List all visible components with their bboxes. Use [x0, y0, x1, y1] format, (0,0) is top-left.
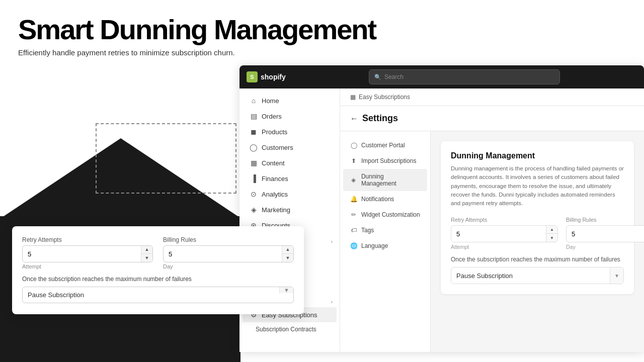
search-icon: 🔍 — [374, 74, 381, 80]
shopify-content-area: ▦ Easy Subscriptions ← Settings ◯ Custom… — [340, 88, 644, 352]
breadcrumb-text: Easy Subscriptions — [359, 94, 410, 101]
customers-icon: ◯ — [250, 143, 258, 151]
sidebar-item-subscription-contracts[interactable]: Subscription Contracts — [243, 323, 337, 336]
floating-failure-text: Once the subscription reaches the maximu… — [22, 276, 294, 283]
billing-rules-field: Billing Rules ▲ ▼ Day — [566, 217, 644, 250]
sidebar-item-marketing[interactable]: ◈ Marketing — [243, 202, 337, 217]
floating-billing-down[interactable]: ▼ — [282, 254, 293, 262]
dunning-card: Dunning Management Dunning management is… — [441, 141, 634, 294]
finances-icon: ▐ — [250, 174, 258, 183]
floating-retry-sublabel: Attempt — [22, 263, 153, 269]
floating-retry-label: Retry Attempts — [22, 236, 153, 243]
settings-sidebar: ◯ Customer Portal ⬆ Import Subscriptions… — [340, 131, 431, 352]
sidebar-label-customers: Customers — [262, 144, 293, 151]
sidebar-label-home: Home — [262, 97, 279, 105]
floating-billing-group: Billing Rules ▲ ▼ Day — [163, 236, 294, 269]
sidebar-item-home[interactable]: ⌂ Home — [243, 93, 337, 108]
floating-billing-sublabel: Day — [163, 263, 294, 269]
floating-retry-spinner: ▲ ▼ — [141, 246, 152, 262]
dunning-management-title: Dunning Management — [451, 151, 624, 160]
retry-attempts-down[interactable]: ▼ — [546, 234, 557, 242]
action-select-wrap[interactable]: Pause Subscription Cancel Subscription ▼ — [451, 267, 624, 284]
floating-action-select[interactable]: Pause Subscription Cancel Subscription — [23, 287, 279, 303]
sales-channels-chevron: › — [331, 239, 333, 244]
settings-nav-label-import: Import Subscriptions — [361, 157, 416, 164]
floating-retry-input[interactable] — [23, 246, 141, 262]
settings-nav-label-widget: Widget Customization — [361, 211, 420, 218]
sidebar-item-orders[interactable]: ▤ Orders — [243, 109, 337, 124]
breadcrumb-icon: ▦ — [350, 94, 356, 101]
floating-retry-group: Retry Attempts ▲ ▼ Attempt — [22, 236, 153, 269]
import-icon: ⬆ — [350, 157, 357, 164]
settings-nav-tags[interactable]: 🏷 Tags — [343, 223, 427, 238]
page-title: Smart Dunning Management — [18, 14, 626, 45]
settings-back-button[interactable]: ← — [350, 114, 358, 123]
settings-nav-notifications[interactable]: 🔔 Notifications — [343, 192, 427, 207]
analytics-icon: ⊙ — [250, 190, 258, 198]
shopify-logo-icon: S — [247, 71, 258, 82]
dunning-fields-row: Retry Attempts ▲ ▼ Attempt — [451, 217, 624, 250]
settings-nav-widget[interactable]: ✏ Widget Customization — [343, 207, 427, 222]
sidebar-item-content[interactable]: ▦ Content — [243, 155, 337, 170]
sidebar-label-orders: Orders — [262, 113, 282, 120]
dunning-icon: ◈ — [350, 176, 357, 184]
retry-attempts-label: Retry Attempts — [451, 217, 558, 223]
breadcrumb-bar: ▦ Easy Subscriptions — [340, 88, 644, 106]
settings-layout: ◯ Customer Portal ⬆ Import Subscriptions… — [340, 131, 644, 352]
sidebar-label-products: Products — [262, 128, 287, 136]
marketing-icon: ◈ — [250, 206, 258, 214]
content-icon: ▦ — [250, 159, 258, 167]
language-icon: 🌐 — [350, 242, 357, 249]
settings-nav-label-dunning: Dunning Management — [361, 173, 420, 187]
retry-attempts-spinner: ▲ ▼ — [546, 225, 557, 242]
floating-action-select-arrow: ▼ — [279, 287, 293, 293]
action-select[interactable]: Pause Subscription Cancel Subscription — [451, 272, 610, 280]
sidebar-label-finances: Finances — [262, 175, 288, 183]
floating-dunning-card: Retry Attempts ▲ ▼ Attempt Billing Rules… — [12, 226, 304, 314]
settings-nav-label-customer-portal: Customer Portal — [361, 142, 405, 149]
customer-portal-icon: ◯ — [350, 142, 357, 149]
floating-billing-input-wrap: ▲ ▼ — [163, 245, 294, 262]
search-input[interactable] — [384, 73, 554, 80]
billing-rules-input[interactable] — [567, 230, 644, 238]
sidebar-item-customers[interactable]: ◯ Customers — [243, 140, 337, 155]
shopify-logo-text: shopify — [261, 73, 286, 81]
retry-attempts-input-wrap: ▲ ▼ — [451, 225, 558, 242]
floating-retry-down[interactable]: ▼ — [141, 254, 152, 262]
apps-chevron: › — [331, 299, 333, 305]
floating-billing-spinner: ▲ ▼ — [282, 246, 293, 262]
settings-nav-label-notifications: Notifications — [361, 196, 394, 203]
retry-attempts-input[interactable] — [451, 230, 546, 238]
products-icon: ◼ — [250, 128, 258, 136]
retry-attempts-up[interactable]: ▲ — [546, 225, 557, 234]
sidebar-item-products[interactable]: ◼ Products — [243, 124, 337, 139]
dashed-outline — [96, 123, 236, 194]
billing-rules-label: Billing Rules — [566, 217, 644, 223]
settings-nav-label-tags: Tags — [361, 227, 374, 234]
orders-icon: ▤ — [250, 112, 258, 120]
sidebar-item-finances[interactable]: ▐ Finances — [243, 171, 337, 186]
settings-nav-dunning[interactable]: ◈ Dunning Management — [343, 169, 427, 191]
failure-text: Once the subscription reaches the maximu… — [451, 256, 624, 263]
billing-rules-sublabel: Day — [566, 244, 644, 250]
retry-attempts-sublabel: Attempt — [451, 244, 558, 250]
settings-nav-import[interactable]: ⬆ Import Subscriptions — [343, 153, 427, 168]
home-icon: ⌂ — [250, 97, 258, 105]
floating-billing-input[interactable] — [164, 246, 282, 262]
page-subtitle: Efficiently handle payment retries to mi… — [18, 48, 626, 57]
notifications-icon: 🔔 — [350, 196, 357, 203]
settings-header: ← Settings — [340, 106, 644, 131]
billing-rules-input-wrap: ▲ ▼ — [566, 225, 644, 242]
floating-retry-input-wrap: ▲ ▼ — [22, 245, 153, 262]
settings-nav-language[interactable]: 🌐 Language — [343, 238, 427, 253]
floating-billing-up[interactable]: ▲ — [282, 246, 293, 254]
settings-nav-customer-portal[interactable]: ◯ Customer Portal — [343, 138, 427, 153]
settings-title: Settings — [362, 113, 398, 124]
floating-billing-label: Billing Rules — [163, 236, 294, 243]
sidebar-label-marketing: Marketing — [262, 206, 290, 214]
sidebar-label-analytics: Analytics — [262, 191, 288, 198]
sidebar-item-analytics[interactable]: ⊙ Analytics — [243, 187, 337, 202]
floating-retry-up[interactable]: ▲ — [141, 246, 152, 254]
floating-action-select-wrap[interactable]: Pause Subscription Cancel Subscription ▼ — [22, 287, 294, 303]
shopify-search-bar[interactable]: 🔍 — [369, 69, 560, 84]
